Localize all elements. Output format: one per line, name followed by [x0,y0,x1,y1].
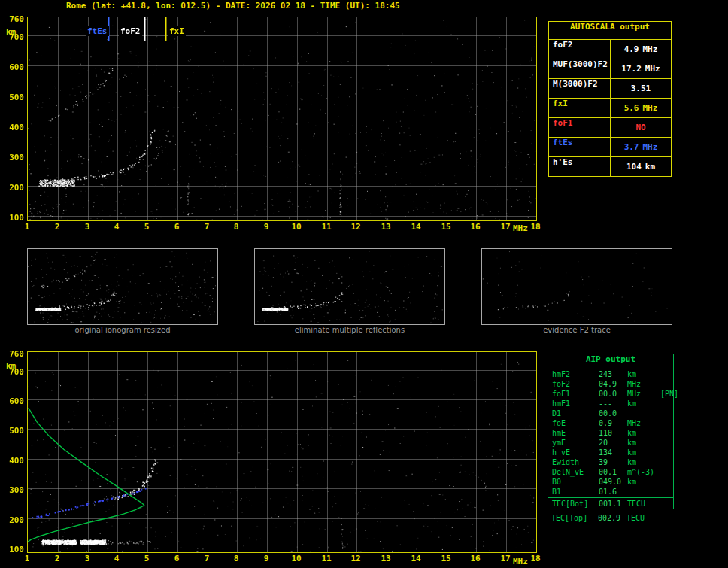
aip-lab: ymE [552,438,599,448]
y-tick-label: 400 [2,457,24,466]
autoscala-row-value: 17.2MHz [610,59,671,78]
aip-extra [660,457,675,467]
aip-row-fof2: foF204.9MHz [548,379,673,389]
aip-row-fof1: foF100.0MHz[PN] [548,389,673,399]
thumbnail-original-ionogram [27,248,218,325]
y-tick-label: 100 [2,545,24,554]
aip-row-d1: D100.0 [548,409,673,418]
aip-extra [660,369,675,379]
aip-extra [660,428,675,438]
fof2-marker-label: foF2 [119,26,142,36]
aip-row-h-ve: h_vE134km [548,448,673,457]
aip-lab: TEC[Bot] [552,499,599,509]
autoscala-table-rows: foF24.9MHzMUF(3000)F217.2MHzM(3000)F23.5… [549,39,671,176]
x-tick-label: 10 [287,554,305,563]
aip-unit: km [627,477,660,487]
x-tick-label: 3 [78,554,96,563]
thumbnail-caption-f2-evidence: evidence F2 trace [481,326,672,334]
aip-tec-bot-row: TEC[Bot]001.1TECU [548,499,673,509]
aip-val: 110 [599,428,627,438]
aip-val: 20 [599,438,627,448]
y-tick-label: 100 [2,214,24,223]
aip-lab: B0 [552,477,599,487]
aip-val: 243 [599,369,627,379]
x-tick-label: 6 [168,554,186,563]
aip-lab: foF2 [552,379,599,389]
y-tick-label: 300 [2,153,24,163]
autoscala-row-value: 3.7MHz [610,138,671,156]
aip-lab: hmF2 [552,369,599,379]
autoscala-row-label: h'Es [549,157,610,176]
aip-unit: MHz [627,418,660,428]
aip-output-table: AIP output hmF2243kmfoF204.9MHzfoF100.0M… [548,354,674,509]
aip-row-hmf2: hmF2243km [548,369,673,379]
thumbnail-f2-evidence [481,248,672,325]
autoscala-row-fof2: foF24.9MHz [549,39,671,59]
aip-val: 00.0 [599,389,627,399]
thumbnail-original-canvas [28,249,216,323]
aip-extra [660,477,675,487]
unit-text: MHz [643,142,658,152]
y-tick-label: 600 [2,63,24,72]
aip-table-title: AIP output [548,354,673,369]
thumbnail-no-multiples [254,248,445,325]
unit-text: km [645,162,655,172]
aip-extra [660,409,675,418]
station-title: Rome (lat: +41.8, lon: 012.5) - DATE: 20… [66,1,400,11]
aip-extra [660,487,675,497]
autoscala-screen: Rome (lat: +41.8, lon: 012.5) - DATE: 20… [0,0,728,568]
value-text: 5.6 [624,103,639,113]
aip-unit: MHz [627,379,660,389]
aip-unit: km [627,438,660,448]
aip-lab: D1 [552,409,599,418]
autoscala-row-m-3000-f2: M(3000)F23.51 [549,78,671,98]
x-tick-label: 2 [48,554,66,563]
aip-val: 00.1 [599,467,627,477]
aip-extra [660,399,675,409]
x-tick-label: 8 [227,554,245,563]
x-tick-label: 7 [198,554,216,563]
x-tick-label: 1 [18,554,36,563]
x-tick-label: 5 [138,223,156,232]
aip-val: 134 [599,448,627,457]
x-tick-label: 18 [526,554,544,563]
x-tick-label: 6 [168,223,186,232]
aip-row-tec-top-: TEC[Top]002.9TECU [548,513,672,523]
aip-extra [660,438,675,448]
autoscala-row-label: MUF(3000)F2 [549,59,610,78]
aip-val: 001.1 [599,499,627,509]
y-tick-label: 400 [2,123,24,132]
aip-unit [627,409,660,418]
aip-unit: km [627,457,660,467]
aip-unit: m^(-3) [627,467,660,477]
y-tick-label: 760 [2,350,24,359]
ftes-marker-label: ftEs [86,26,109,36]
x-tick-label: 4 [108,223,126,232]
y-tick-label: 760 [2,15,24,24]
unit-text: MHz [643,103,658,113]
x-tick-label: 13 [377,554,395,563]
autoscala-row-label: foF2 [549,40,610,59]
ionogram-bottom-canvas [28,352,536,552]
autoscala-row-label: foF1 [549,118,610,137]
x-tick-label: 9 [257,554,275,563]
x-tick-label: 18 [526,223,544,232]
ionogram-top-canvas [28,17,536,220]
value-text: 104 [626,162,642,172]
autoscala-row-value: 4.9MHz [610,40,671,59]
x-tick-label: 13 [377,223,395,232]
aip-table-rows: hmF2243kmfoF204.9MHzfoF100.0MHz[PN]hmF1-… [548,369,673,497]
x-tick-label: 2 [48,223,66,232]
aip-val: --- [599,399,627,409]
aip-unit: km [627,428,660,438]
autoscala-output-table: AUTOSCALA output foF24.9MHzMUF(3000)F217… [548,21,672,177]
autoscala-row-label: M(3000)F2 [549,79,610,98]
x-tick-label: 11 [317,223,335,232]
x-tick-label: 10 [287,223,305,232]
aip-extra [660,448,675,457]
x-tick-label: 12 [347,554,365,563]
thumbnail-caption-no-multiples: eliminate multiple reflections [254,326,445,334]
y-tick-label: 200 [2,184,24,193]
y-tick-label: 500 [2,93,24,102]
x-tick-label: 16 [466,223,484,232]
